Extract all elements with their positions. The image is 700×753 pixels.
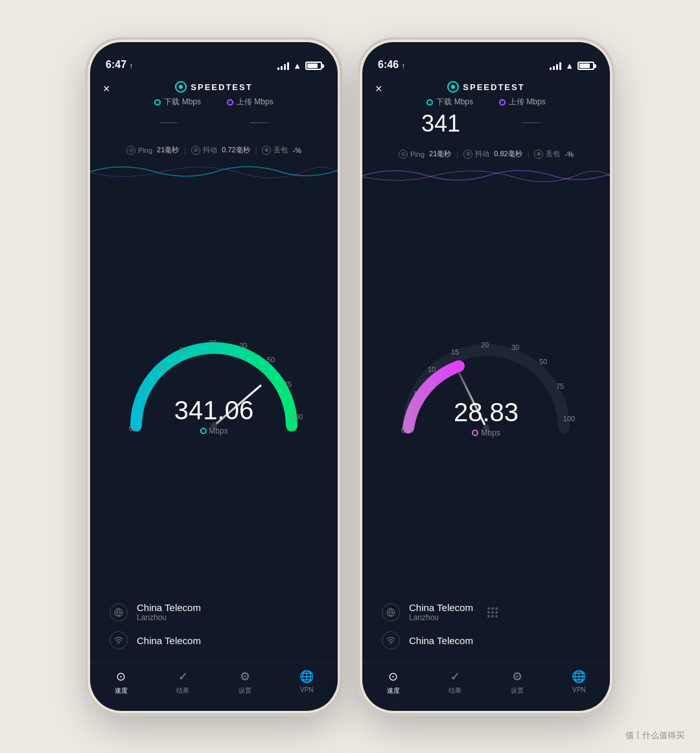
gauge-number-right: 28.83 [454, 398, 519, 427]
gauge-unit-dot-right [472, 430, 478, 436]
loss-stat-left: ⊗ 丢包 -% [262, 145, 301, 155]
upload-dot-left: ↑ [227, 99, 233, 106]
svg-text:75: 75 [284, 380, 292, 388]
phone-left-screen: 6:47 ↑ ▲ × [90, 42, 338, 711]
location-icon-right: ↑ [401, 62, 405, 71]
svg-text:5: 5 [414, 390, 418, 398]
upload-dot-right: ↑ [499, 99, 506, 106]
server-location-left: Lanzhou [137, 613, 201, 622]
speed-values-left: —— —— [143, 108, 285, 136]
wifi-icon-left2 [110, 631, 128, 649]
settings-nav-icon-right: ⚙ [510, 669, 524, 684]
loss-icon-left: ⊗ [262, 146, 271, 155]
upload-val-left: —— [233, 110, 285, 133]
wave-right [362, 163, 610, 189]
nav-results-right[interactable]: ✓ 结果 [448, 669, 462, 695]
vpn-nav-icon-right: 🌐 [572, 669, 586, 684]
nav-results-left[interactable]: ✓ 结果 [176, 669, 190, 695]
speed-values-right: 341 —— [415, 108, 557, 140]
gauge-unit-right: Mbps [454, 428, 519, 437]
svg-text:15: 15 [451, 348, 459, 356]
globe-icon-right [382, 603, 400, 621]
server-name-left: China Telecom [137, 602, 201, 613]
ping-stat-left: ◎ Ping 21毫秒 [126, 145, 179, 155]
gauge-area-left: 0 5 10 15 20 30 50 [90, 172, 338, 589]
vpn-nav-icon-left: 🌐 [299, 669, 314, 684]
signal-icon-right [550, 62, 561, 70]
settings-nav-icon-left: ⚙ [238, 669, 252, 684]
nav-vpn-right[interactable]: 🌐 VPN [572, 669, 586, 695]
speedtest-logo-right [447, 81, 459, 93]
network-name-left: China Telecom [137, 635, 201, 646]
ping-icon-right: ◎ [399, 150, 408, 159]
nav-settings-left[interactable]: ⚙ 设置 [238, 669, 252, 695]
close-button-left[interactable]: × [103, 82, 110, 96]
jitter-stat-left: ⊘ 抖动 0.72毫秒 [191, 145, 250, 155]
watermark: 值丨什么值得买 [625, 730, 684, 741]
wave-left [90, 159, 338, 185]
download-label-right: ↓ 下载 Mbps [426, 97, 473, 108]
battery-icon-left [305, 62, 322, 70]
svg-text:100: 100 [291, 413, 303, 421]
wifi-icon-right2 [382, 631, 400, 649]
server-item-left: China Telecom Lanzhou [110, 602, 318, 622]
nav-speed-right[interactable]: ⊙ 速度 [386, 669, 401, 695]
ping-stat-right: ◎ Ping 21毫秒 [399, 149, 451, 159]
svg-text:5: 5 [142, 388, 146, 396]
phone-right-screen: 6:46 ↑ ▲ × [362, 42, 610, 711]
jitter-icon-left: ⊘ [191, 146, 200, 155]
app-header-left: × SPEEDTEST ↓ 下载 Mbps [90, 75, 338, 141]
results-nav-icon-right: ✓ [448, 669, 462, 684]
nav-settings-right[interactable]: ⚙ 设置 [510, 669, 524, 695]
info-section-right: China Telecom Lanzhou [362, 589, 610, 662]
jitter-stat-right: ⊘ 抖动 0.82毫秒 [463, 149, 522, 159]
svg-text:15: 15 [179, 346, 187, 354]
app-title-right: SPEEDTEST [447, 81, 524, 93]
ping-icon-left: ◎ [126, 146, 135, 155]
wifi-icon-right: ▲ [565, 61, 574, 71]
svg-point-27 [390, 643, 391, 644]
speed-nav-icon-right: ⊙ [386, 669, 401, 684]
bottom-nav-right: ⊙ 速度 ✓ 结果 ⚙ 设置 🌐 VPN [362, 662, 610, 711]
loss-icon-right: ⊗ [534, 150, 543, 159]
notch-right [438, 42, 535, 64]
nav-vpn-left[interactable]: 🌐 VPN [299, 669, 314, 695]
svg-text:0: 0 [129, 424, 133, 432]
battery-icon-right [578, 62, 594, 70]
gauge-unit-dot-left [200, 428, 206, 434]
stats-row-right: ◎ Ping 21毫秒 | ⊘ 抖动 0.82毫秒 | ⊗ 丢包 -% [362, 145, 610, 163]
download-dot-left: ↓ [154, 99, 161, 106]
phone-right: 6:46 ↑ ▲ × [360, 40, 612, 713]
nav-speed-left[interactable]: ⊙ 速度 [114, 669, 128, 695]
svg-text:30: 30 [239, 342, 247, 349]
network-item-right: China Telecom [382, 631, 590, 649]
download-val-right: 341 [415, 110, 467, 137]
gauge-number-left: 341.06 [174, 396, 253, 425]
upload-val-right: —— [506, 110, 557, 137]
svg-text:30: 30 [511, 343, 519, 351]
svg-text:20: 20 [209, 339, 216, 347]
svg-text:50: 50 [539, 358, 547, 365]
gauge-wrapper-left: 0 5 10 15 20 30 50 [117, 312, 311, 448]
speed-labels-right: ↓ 下载 Mbps ↑ 上传 Mbps [426, 97, 545, 108]
close-button-right[interactable]: × [375, 82, 382, 96]
download-dot-right: ↓ [426, 99, 433, 106]
upload-label-right: ↑ 上传 Mbps [499, 97, 546, 108]
info-section-left: China Telecom Lanzhou [90, 589, 338, 662]
bottom-nav-left: ⊙ 速度 ✓ 结果 ⚙ 设置 🌐 VPN [90, 662, 338, 711]
app-title-left: SPEEDTEST [175, 81, 252, 93]
svg-text:10: 10 [428, 365, 436, 373]
download-val-left: —— [143, 110, 194, 133]
jitter-icon-right: ⊘ [463, 150, 472, 159]
svg-text:0: 0 [401, 426, 405, 434]
network-item-left: China Telecom [110, 631, 318, 649]
svg-text:50: 50 [267, 356, 275, 364]
notch-left [165, 42, 262, 64]
gauge-center-left: 341.06 Mbps [174, 396, 253, 435]
dots-icon-right [487, 607, 498, 618]
location-icon-left: ↑ [129, 62, 133, 71]
wifi-icon-left: ▲ [293, 61, 301, 71]
gauge-wrapper-right: 0 5 10 15 20 30 50 75 100 [389, 314, 583, 450]
svg-text:75: 75 [556, 382, 564, 390]
time-left: 6:47 [106, 59, 126, 71]
